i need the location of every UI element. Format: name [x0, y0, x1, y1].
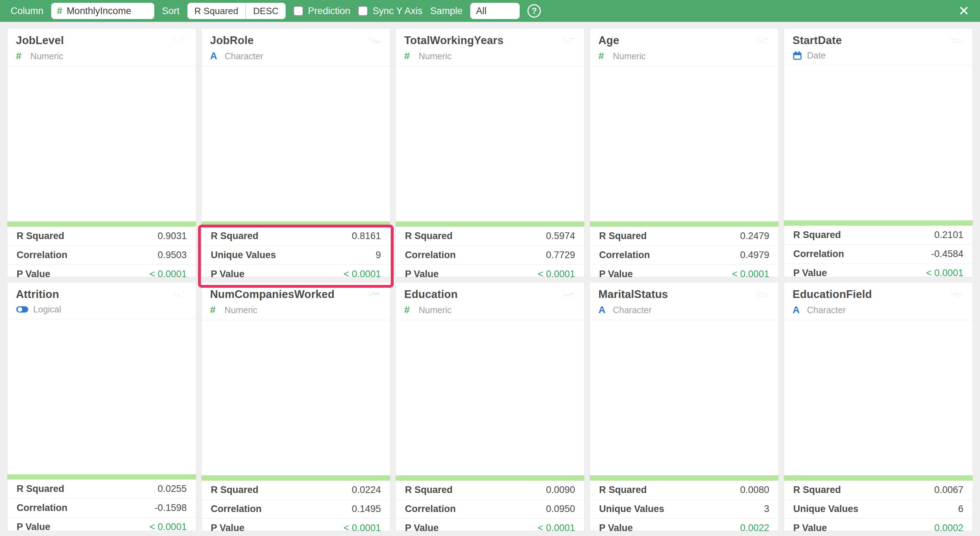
stat-row: P Value< 0.0001 — [202, 519, 390, 536]
date-icon — [792, 51, 802, 60]
column-select[interactable]: # MonthlyIncome — [51, 3, 154, 19]
chart — [784, 65, 973, 220]
card-header: StartDate 050k19781981198519881992199519… — [784, 29, 973, 65]
stat-label: P Value — [599, 269, 633, 280]
stat-row: Correlation0.7729 — [396, 246, 584, 265]
prediction-checkbox[interactable] — [293, 6, 303, 16]
chart-canvas — [396, 320, 584, 475]
svg-text:8k: 8k — [757, 40, 758, 40]
stat-label: P Value — [211, 523, 245, 534]
stat-row: R Squared0.2479 — [590, 227, 778, 246]
stat-label: Correlation — [793, 249, 844, 260]
significance-bar — [784, 220, 973, 226]
chevron-down-icon[interactable]: 5k10k15k12345 — [173, 34, 188, 47]
chevron-down-icon[interactable]: 500060007000800002468 — [367, 288, 382, 301]
chart — [784, 320, 973, 475]
stats-table: R Squared0.0090Correlation0.0950P Value<… — [396, 480, 584, 536]
stat-row: P Value< 0.0001 — [202, 265, 390, 284]
stat-value: 0.0090 — [546, 485, 575, 495]
stat-row: Correlation0.1495 — [202, 500, 390, 519]
stat-value: 0.0950 — [546, 504, 575, 514]
svg-text:8: 8 — [379, 297, 379, 297]
stat-value: 0.0067 — [934, 485, 963, 495]
stat-label: Correlation — [211, 504, 262, 514]
svg-text:50: 50 — [766, 43, 767, 43]
significance-bar — [7, 474, 196, 480]
stat-row: Correlation0.4979 — [590, 246, 778, 265]
stat-label: Correlation — [405, 504, 456, 514]
chart — [396, 66, 584, 222]
stat-label: Unique Values — [793, 504, 859, 514]
stat-row: P Value< 0.0001 — [784, 263, 973, 282]
column-card-education: Education 5k6k7k8k9k12345 # Numeric R Sq… — [395, 282, 585, 531]
chevron-down-icon[interactable]: 5k10k15kManagerResearch DirectorHealthca… — [367, 34, 382, 47]
card-header: Attrition 500060007000TRUEFALSE Logical — [7, 282, 196, 319]
chevron-down-icon[interactable]: 2k4k6k8k10k12k25303540455055 — [755, 34, 770, 47]
stat-value: < 0.0001 — [538, 523, 575, 534]
stat-label: R Squared — [211, 231, 258, 241]
stat-label: R Squared — [793, 230, 841, 241]
character-icon: A — [210, 51, 220, 62]
chevron-down-icon[interactable]: 5k10k15k5101520253035 — [561, 34, 576, 47]
help-icon[interactable]: ? — [527, 4, 541, 17]
column-type-label: Numeric — [613, 51, 646, 61]
svg-text:6: 6 — [376, 297, 377, 297]
svg-text:6k: 6k — [952, 294, 953, 295]
column-type-label: Numeric — [419, 305, 452, 315]
svg-text:2002: 2002 — [959, 41, 959, 42]
stat-value: -0.1598 — [154, 503, 187, 514]
stat-row: P Value< 0.0001 — [396, 519, 584, 536]
chart-canvas — [590, 66, 778, 222]
stat-label: R Squared — [599, 485, 647, 495]
chevron-down-icon[interactable]: 500060007000TRUEFALSE — [173, 288, 188, 301]
stat-row: P Value< 0.0001 — [396, 265, 584, 284]
card-title: Education — [404, 288, 458, 301]
stats-section: R Squared0.2479Correlation0.4979P Value<… — [590, 227, 778, 284]
column-card-attrition: Attrition 500060007000TRUEFALSE Logical … — [7, 282, 196, 531]
close-icon[interactable]: ✕ — [958, 4, 969, 17]
stat-row: P Value< 0.0001 — [7, 265, 196, 284]
significance-bar — [784, 475, 973, 480]
stat-label: R Squared — [17, 231, 64, 241]
svg-text:5k: 5k — [563, 296, 564, 297]
numeric-icon: # — [404, 51, 414, 62]
significance-bar — [202, 475, 390, 480]
stat-value: -0.4584 — [931, 249, 963, 260]
sort-field-button[interactable]: R Squared — [188, 3, 245, 19]
svg-text:1: 1 — [565, 297, 565, 297]
stat-row: Unique Values6 — [784, 500, 973, 519]
stats-section: R Squared0.2101Correlation-0.4584P Value… — [784, 226, 973, 282]
card-title: Age — [598, 34, 619, 47]
stat-value: 6 — [958, 504, 963, 514]
svg-text:2: 2 — [372, 297, 372, 297]
chart — [590, 320, 778, 475]
svg-text:3: 3 — [569, 297, 569, 297]
svg-text:6k: 6k — [757, 41, 758, 41]
chart-canvas — [784, 65, 973, 220]
chevron-down-icon[interactable]: 050k197819811985198819921995199920022005… — [949, 34, 964, 47]
stat-label: P Value — [211, 269, 245, 280]
sync-y-axis-checkbox[interactable] — [358, 6, 368, 16]
stat-label: R Squared — [405, 485, 453, 495]
sample-select[interactable]: All — [470, 3, 520, 19]
logical-icon — [16, 306, 29, 313]
svg-text:2009: 2009 — [961, 41, 961, 42]
toolbar: Column # MonthlyIncome Sort R Squared DE… — [0, 0, 980, 22]
card-header: TotalWorkingYears 5k10k15k5101520253035 … — [396, 29, 584, 66]
stat-label: P Value — [17, 522, 51, 533]
prediction-toggle[interactable]: Prediction — [293, 6, 350, 17]
sync-y-axis-toggle[interactable]: Sync Y Axis — [358, 6, 423, 17]
sort-direction-button[interactable]: DESC — [245, 3, 286, 19]
stat-value: < 0.0001 — [538, 269, 575, 280]
chevron-down-icon[interactable]: 5500600065007000MarriedDivorcedSingle — [755, 288, 770, 301]
svg-text:2005: 2005 — [959, 41, 960, 42]
chevron-down-icon[interactable]: 5k6k7k8k9k12345 — [561, 288, 576, 301]
chevron-down-icon[interactable]: 6k8kMarketingHuman ResourcesMedicalLife … — [949, 288, 964, 301]
stat-value: < 0.0001 — [732, 269, 769, 280]
stat-value: 0.9031 — [158, 231, 187, 241]
svg-text:25: 25 — [570, 43, 571, 43]
card-title: EducationField — [792, 288, 872, 301]
chart-canvas — [202, 66, 390, 222]
significance-bar — [7, 222, 196, 227]
stats-section: R Squared0.5974Correlation0.7729P Value<… — [396, 227, 584, 284]
